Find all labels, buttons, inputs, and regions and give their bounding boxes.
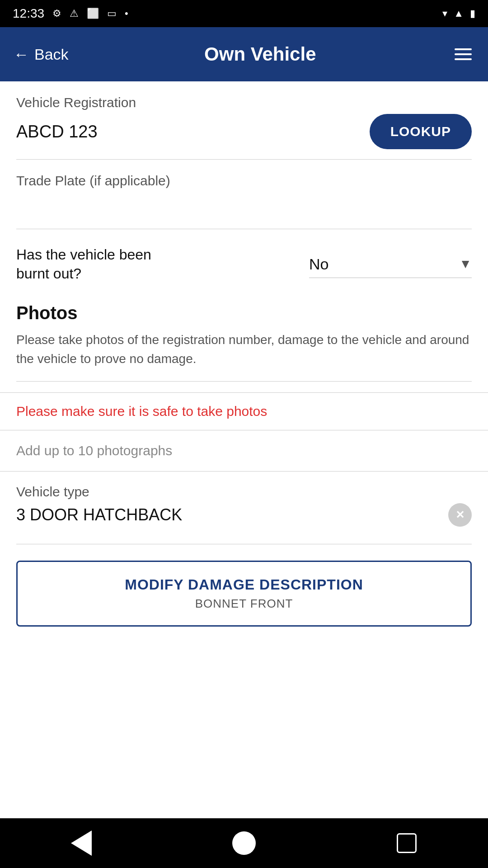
modify-damage-button[interactable]: MODIFY DAMAGE DESCRIPTION BONNET FRONT — [16, 561, 472, 627]
burnt-out-dropdown[interactable]: No ▼ — [309, 251, 472, 278]
header: ← Back Own Vehicle — [0, 27, 488, 81]
sdcard-icon: ▭ — [107, 8, 117, 19]
dropdown-arrow-icon: ▼ — [459, 257, 472, 271]
gear-icon: ⚙ — [52, 8, 61, 19]
trade-plate-label: Trade Plate (if applicable) — [16, 173, 472, 189]
vehicle-registration-row: ABCD 123 LOOKUP — [16, 114, 472, 149]
page-title: Own Vehicle — [69, 43, 452, 65]
hamburger-line — [455, 58, 472, 60]
back-triangle-icon — [71, 830, 92, 856]
vehicle-registration-value: ABCD 123 — [16, 122, 370, 142]
wifi-icon: ▾ — [442, 8, 447, 19]
signal-icon: ▲ — [454, 8, 464, 19]
menu-button[interactable] — [452, 48, 474, 60]
status-bar-left: 12:33 ⚙ ⚠ ⬜ ▭ • — [13, 6, 128, 21]
trade-plate-input[interactable] — [16, 192, 472, 219]
vehicle-type-row: 3 DOOR HATCHBACK ✕ — [16, 503, 472, 534]
burnt-out-label: Has the vehicle been burnt out? — [16, 245, 179, 283]
add-photos-row[interactable]: Add up to 10 photographs — [0, 430, 488, 472]
warning-triangle-icon: ⚠ — [70, 8, 79, 19]
safety-notice: Please make sure it is safe to take phot… — [0, 392, 488, 430]
screencast-icon: ⬜ — [87, 8, 99, 19]
clear-vehicle-type-button[interactable]: ✕ — [448, 503, 472, 527]
bottom-nav-bar — [0, 818, 488, 868]
burnt-out-group: Has the vehicle been burnt out? No ▼ — [0, 229, 488, 283]
divider-3 — [16, 381, 472, 382]
home-circle-icon — [232, 831, 256, 855]
nav-back-button[interactable] — [68, 830, 95, 857]
content-area: Vehicle Registration ABCD 123 LOOKUP Tra… — [0, 81, 488, 818]
hamburger-line — [455, 53, 472, 55]
photos-section: Photos Please take photos of the registr… — [0, 283, 488, 368]
time-display: 12:33 — [13, 6, 44, 21]
vehicle-type-group: Vehicle type 3 DOOR HATCHBACK ✕ — [0, 472, 488, 534]
vehicle-type-label: Vehicle type — [16, 484, 472, 500]
modify-damage-sub-label: BONNET FRONT — [195, 597, 293, 611]
battery-icon: ▮ — [470, 8, 475, 19]
dot-icon: • — [125, 8, 128, 19]
vehicle-type-value: 3 DOOR HATCHBACK — [16, 505, 182, 524]
back-arrow-icon: ← — [14, 46, 29, 63]
nav-recent-button[interactable] — [393, 830, 420, 857]
vehicle-registration-group: Vehicle Registration ABCD 123 LOOKUP — [0, 81, 488, 149]
nav-home-button[interactable] — [230, 830, 258, 857]
burnt-out-value: No — [309, 255, 328, 273]
back-button[interactable]: ← Back — [14, 46, 69, 63]
status-bar-right: ▾ ▲ ▮ — [442, 8, 475, 19]
photos-description: Please take photos of the registration n… — [16, 330, 472, 368]
lookup-button[interactable]: LOOKUP — [370, 114, 472, 149]
recent-square-icon — [397, 833, 417, 853]
modify-section: MODIFY DAMAGE DESCRIPTION BONNET FRONT — [0, 544, 488, 627]
status-bar: 12:33 ⚙ ⚠ ⬜ ▭ • ▾ ▲ ▮ — [0, 0, 488, 27]
back-label: Back — [34, 46, 69, 63]
hamburger-line — [455, 48, 472, 50]
vehicle-registration-label: Vehicle Registration — [16, 95, 472, 110]
add-photos-label: Add up to 10 photographs — [16, 443, 472, 458]
trade-plate-group: Trade Plate (if applicable) — [0, 160, 488, 219]
photos-title: Photos — [16, 303, 472, 323]
modify-damage-main-label: MODIFY DAMAGE DESCRIPTION — [125, 576, 363, 593]
